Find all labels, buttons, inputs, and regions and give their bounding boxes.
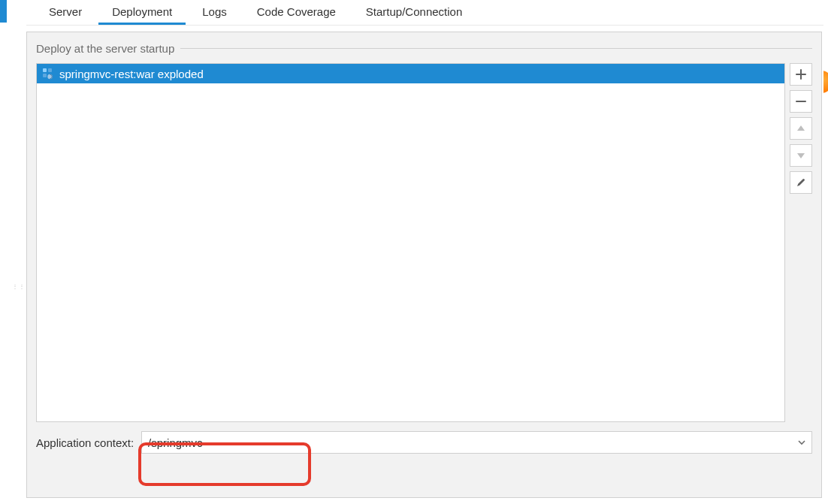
application-context-input[interactable] [142, 432, 792, 453]
minus-icon [796, 96, 806, 107]
svg-rect-2 [43, 74, 47, 77]
pencil-icon [796, 177, 806, 188]
artifacts-toolbar [790, 63, 812, 422]
application-context-row: Application context: [36, 431, 812, 454]
splitter-grip-icon[interactable] [12, 285, 18, 296]
tab-deployment[interactable]: Deployment [98, 1, 186, 25]
tab-logs[interactable]: Logs [189, 1, 240, 25]
balloon-fragment-icon [823, 71, 828, 95]
svg-rect-1 [48, 68, 52, 72]
chevron-down-icon [797, 438, 806, 447]
application-context-label: Application context: [36, 436, 134, 449]
artifact-label: springmvc-rest:war exploded [59, 68, 204, 80]
plus-icon [796, 69, 806, 80]
deploy-group-title: Deploy at the server startup [36, 42, 174, 55]
artifact-row[interactable]: springmvc-rest:war exploded [37, 64, 784, 83]
deploy-group-label: Deploy at the server startup [36, 40, 812, 57]
artifacts-area: springmvc-rest:war exploded [36, 63, 812, 422]
tab-code-coverage[interactable]: Code Coverage [243, 1, 349, 25]
artifacts-list[interactable]: springmvc-rest:war exploded [36, 63, 785, 422]
application-context-dropdown-button[interactable] [792, 432, 811, 453]
tab-server[interactable]: Server [35, 1, 95, 25]
edit-button[interactable] [790, 171, 812, 194]
deployment-panel: Deploy at the server startup springmvc-r… [26, 32, 822, 498]
remove-button[interactable] [790, 90, 812, 113]
triangle-down-icon [796, 151, 805, 160]
add-button[interactable] [790, 63, 812, 86]
left-accent-bar [0, 0, 7, 23]
artifact-icon [41, 68, 53, 80]
move-down-button [790, 144, 812, 167]
triangle-up-icon [796, 124, 805, 133]
svg-rect-0 [43, 68, 47, 72]
move-up-button [790, 117, 812, 140]
group-title-rule [180, 48, 812, 49]
config-tabbar: Server Deployment Logs Code Coverage Sta… [26, 0, 823, 26]
tab-startup-connection[interactable]: Startup/Connection [352, 1, 476, 25]
application-context-combo[interactable] [141, 431, 812, 454]
